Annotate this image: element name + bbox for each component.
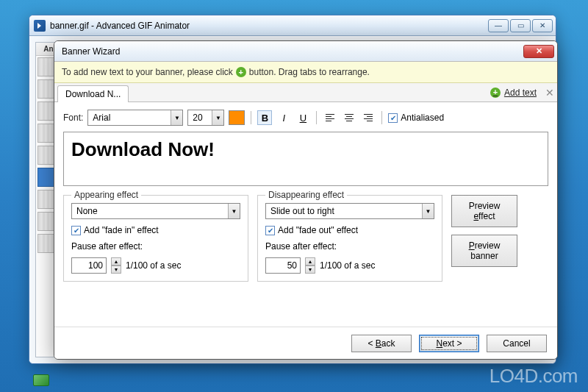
checkbox-icon: ✔ bbox=[71, 226, 81, 235]
dialog-title: Banner Wizard bbox=[62, 46, 523, 57]
disappearing-effect-combo[interactable]: Slide out to right ▼ bbox=[265, 203, 434, 219]
appearing-effect-group: Appearing effect None ▼ ✔ Add "fade in" … bbox=[63, 195, 248, 282]
chevron-down-icon: ▼ bbox=[171, 110, 182, 125]
fade-out-label: Add "fade out" effect bbox=[278, 225, 358, 235]
font-family-value: Arial bbox=[88, 110, 115, 125]
appearing-legend: Appearing effect bbox=[71, 190, 141, 200]
separator bbox=[381, 111, 382, 124]
appear-pause-input[interactable]: 100 bbox=[71, 257, 107, 274]
disappear-pause-spinner: 50 ▲ ▼ 1/100 of a sec bbox=[265, 257, 434, 274]
separator bbox=[251, 111, 251, 124]
dialog-footer: < Back Next > Cancel bbox=[54, 327, 557, 359]
appearing-effect-combo[interactable]: None ▼ bbox=[71, 203, 240, 219]
italic-button[interactable]: I bbox=[276, 110, 291, 125]
banner-text-input[interactable]: Download Now! bbox=[63, 132, 548, 186]
align-left-button[interactable] bbox=[323, 110, 337, 125]
tab-spacer bbox=[129, 83, 484, 101]
bold-button[interactable]: B bbox=[257, 110, 272, 125]
spinner-arrows: ▲ ▼ bbox=[111, 257, 121, 274]
appear-pause-spinner: 100 ▲ ▼ 1/100 of a sec bbox=[71, 257, 240, 274]
taskbar-icon bbox=[33, 374, 49, 386]
app-icon bbox=[34, 20, 46, 32]
help-bar: To add new text to your banner, please c… bbox=[54, 62, 557, 83]
text-tab[interactable]: Download N... bbox=[57, 85, 129, 102]
banner-text-value: Download Now! bbox=[71, 138, 540, 161]
spin-down-button[interactable]: ▼ bbox=[111, 266, 121, 274]
window-buttons: — ▭ ✕ bbox=[488, 19, 553, 32]
add-text-link[interactable]: + Add text bbox=[484, 83, 542, 101]
help-text-post: button. Drag tabs to rearrange. bbox=[249, 67, 370, 77]
spinner-arrows: ▲ ▼ bbox=[305, 257, 315, 274]
minimize-button[interactable]: — bbox=[488, 19, 509, 32]
spin-up-button[interactable]: ▲ bbox=[111, 257, 121, 266]
font-color-swatch[interactable] bbox=[229, 110, 245, 125]
chevron-down-icon: ▼ bbox=[212, 110, 223, 125]
underline-button[interactable]: U bbox=[295, 110, 310, 125]
fade-in-checkbox[interactable]: ✔ Add "fade in" effect bbox=[71, 225, 240, 235]
chevron-down-icon: ▼ bbox=[422, 204, 434, 218]
back-button[interactable]: < Back bbox=[351, 335, 412, 352]
tab-row: Download N... + Add text ✕ bbox=[54, 83, 557, 102]
main-window-title: banner.gif - Advanced GIF Animator bbox=[50, 21, 488, 31]
tab-close-button[interactable]: ✕ bbox=[542, 83, 557, 101]
preview-banner-label: Previewbanner bbox=[469, 240, 501, 261]
plus-icon: + bbox=[490, 88, 501, 98]
maximize-button[interactable]: ▭ bbox=[510, 19, 531, 32]
preview-effect-button[interactable]: Previeweffect bbox=[451, 195, 517, 227]
disappearing-legend: Disappearing effect bbox=[265, 190, 347, 200]
align-center-icon bbox=[345, 114, 354, 121]
tab-label: Download N... bbox=[65, 89, 121, 99]
banner-wizard-dialog: Banner Wizard ✕ To add new text to your … bbox=[54, 40, 558, 360]
fade-in-label: Add "fade in" effect bbox=[84, 225, 159, 235]
align-center-button[interactable] bbox=[342, 110, 356, 125]
pause-after-label: Pause after effect: bbox=[71, 241, 240, 252]
preview-banner-button[interactable]: Previewbanner bbox=[451, 235, 517, 267]
dialog-body: Font: Arial ▼ 20 ▼ B I U bbox=[54, 102, 557, 289]
plus-icon: + bbox=[236, 67, 246, 77]
pause-unit: 1/100 of a sec bbox=[126, 260, 181, 271]
spin-up-button[interactable]: ▲ bbox=[305, 257, 315, 266]
dialog-close-button[interactable]: ✕ bbox=[523, 45, 554, 58]
main-titlebar: banner.gif - Advanced GIF Animator — ▭ ✕ bbox=[29, 15, 556, 36]
font-toolbar: Font: Arial ▼ 20 ▼ B I U bbox=[63, 110, 548, 126]
watermark: LO4D.com bbox=[490, 365, 578, 388]
disappearing-effect-group: Disappearing effect Slide out to right ▼… bbox=[257, 195, 442, 282]
preview-effect-label: Previeweffect bbox=[469, 201, 501, 221]
dialog-titlebar: Banner Wizard ✕ bbox=[54, 41, 557, 62]
spin-down-button[interactable]: ▼ bbox=[305, 266, 315, 274]
checkbox-icon: ✔ bbox=[265, 226, 275, 235]
align-right-button[interactable] bbox=[361, 110, 376, 125]
antialiased-checkbox[interactable]: ✔ Antialiased bbox=[388, 113, 444, 123]
chevron-down-icon: ▼ bbox=[228, 204, 240, 218]
antialiased-label: Antialiased bbox=[401, 113, 444, 123]
close-button[interactable]: ✕ bbox=[532, 19, 553, 32]
disappear-pause-input[interactable]: 50 bbox=[265, 257, 301, 274]
appearing-effect-value: None bbox=[72, 204, 102, 218]
help-text-pre: To add new text to your banner, please c… bbox=[62, 67, 233, 77]
add-text-rest: dd text bbox=[510, 88, 537, 98]
next-button[interactable]: Next > bbox=[419, 335, 479, 352]
font-label: Font: bbox=[63, 113, 83, 123]
effects-row: Appearing effect None ▼ ✔ Add "fade in" … bbox=[63, 195, 548, 282]
checkbox-icon: ✔ bbox=[388, 113, 398, 123]
font-size-combo[interactable]: 20 ▼ bbox=[187, 110, 224, 126]
cancel-button[interactable]: Cancel bbox=[487, 335, 547, 352]
align-left-icon bbox=[326, 114, 334, 121]
font-family-combo[interactable]: Arial ▼ bbox=[87, 110, 183, 126]
font-size-value: 20 bbox=[188, 110, 207, 125]
align-right-icon bbox=[364, 114, 373, 121]
preview-buttons: Previeweffect Previewbanner bbox=[451, 195, 517, 282]
pause-unit: 1/100 of a sec bbox=[320, 260, 375, 271]
pause-after-label: Pause after effect: bbox=[265, 241, 434, 252]
fade-out-checkbox[interactable]: ✔ Add "fade out" effect bbox=[265, 225, 434, 235]
add-text-label: A bbox=[504, 88, 510, 98]
disappearing-effect-value: Slide out to right bbox=[266, 204, 339, 218]
separator bbox=[316, 111, 317, 124]
